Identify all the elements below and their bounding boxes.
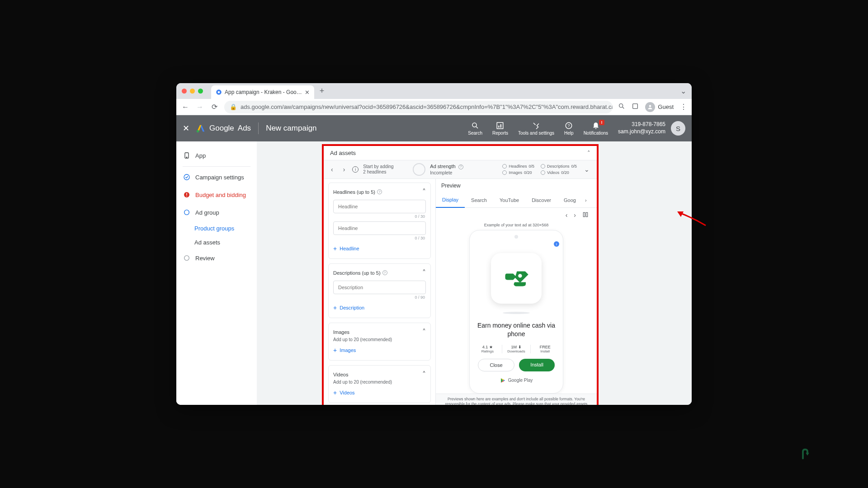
back-button[interactable]: ← (181, 103, 190, 111)
play-label: Google Play (508, 378, 533, 383)
minimize-window-icon[interactable] (190, 89, 195, 94)
expand-metrics-icon[interactable]: ⌄ (581, 166, 592, 173)
url-text: ads.google.com/aw/campaigns/new/universa… (241, 103, 613, 110)
help-icon[interactable]: ? (377, 189, 382, 194)
svg-line-3 (623, 107, 624, 108)
tab-search[interactable]: Search (465, 193, 493, 207)
close-button[interactable]: Close (478, 359, 514, 371)
rating-label: Ratings (478, 349, 497, 353)
metric-count: 0/20 (524, 170, 532, 175)
tools-nav[interactable]: Tools and settings (518, 122, 554, 136)
rating-value: 4.1 ★ (478, 345, 497, 349)
add-description-button[interactable]: +Description (333, 302, 426, 313)
svg-rect-22 (583, 212, 585, 216)
headlines-section: Headlines (up to 5) ? ˄ 0 / 30 0 / 30 +H… (328, 183, 431, 259)
google-play-brand: Google Play (500, 378, 533, 383)
tab-bar: App campaign - Kraken - Goo… ✕ + ⌄ (176, 83, 692, 99)
address-bar: ← → ⟳ 🔒 ads.google.com/aw/campaigns/new/… (176, 99, 692, 115)
sidebar-sub-product-groups[interactable]: Product groups (176, 221, 257, 235)
forward-button[interactable]: → (195, 103, 204, 111)
nav-label: Reports (492, 131, 508, 136)
tab-discover[interactable]: Discover (525, 193, 557, 207)
close-tab-icon[interactable]: ✕ (305, 89, 310, 96)
add-headline-button[interactable]: +Headline (333, 243, 426, 254)
preview-next-icon[interactable]: › (574, 211, 576, 219)
prev-icon[interactable]: ‹ (328, 166, 336, 173)
tab-display[interactable]: Display (436, 192, 465, 208)
metric-count: 0/5 (571, 164, 577, 169)
svg-point-16 (184, 174, 189, 180)
browser-tab[interactable]: App campaign - Kraken - Goo… ✕ (211, 85, 314, 99)
kebab-menu-icon[interactable]: ⋮ (680, 103, 687, 111)
guest-profile[interactable]: Guest (645, 102, 674, 112)
svg-rect-10 (499, 126, 500, 128)
maximize-window-icon[interactable] (198, 89, 203, 94)
sidebar: App Campaign settings Budget and bidding (176, 141, 257, 405)
add-images-button[interactable]: +Images (333, 345, 426, 356)
headline-input-1[interactable] (333, 200, 426, 213)
preview-nav: ‹ › (436, 208, 597, 223)
sidebar-label: Campaign settings (195, 174, 244, 181)
sidebar-label: App (195, 152, 206, 159)
new-tab-button[interactable]: + (318, 86, 326, 96)
reports-nav[interactable]: Reports (492, 122, 508, 136)
account-id: 319-878-7865 (618, 121, 665, 128)
help-nav[interactable]: ? Help (564, 122, 574, 136)
search-icon[interactable] (618, 103, 625, 112)
tab-google[interactable]: Goog (557, 193, 582, 207)
help-icon[interactable]: ? (458, 164, 463, 169)
add-videos-button[interactable]: +Videos (333, 387, 426, 398)
extensions-icon[interactable] (632, 103, 639, 112)
next-icon[interactable]: › (340, 166, 348, 173)
tabs-overflow-icon[interactable]: ⌄ (680, 87, 686, 95)
preview-prev-icon[interactable]: ‹ (566, 211, 568, 219)
sidebar-item-settings[interactable]: Campaign settings (176, 169, 257, 186)
tabs-next-icon[interactable]: › (582, 197, 590, 203)
svg-point-1 (218, 91, 220, 94)
sidebar-item-app[interactable]: App (176, 147, 257, 164)
help-icon[interactable]: ? (382, 270, 387, 275)
preview-grid-icon[interactable] (582, 211, 589, 219)
svg-rect-9 (497, 122, 504, 129)
chevron-up-icon[interactable]: ˄ (422, 370, 426, 379)
browser-window: App campaign - Kraken - Goo… ✕ + ⌄ ← → ⟳… (176, 83, 692, 405)
svg-rect-19 (186, 196, 187, 197)
sidebar-item-budget[interactable]: Budget and bidding (176, 186, 257, 204)
strength-gauge (413, 163, 425, 176)
shadow (503, 312, 530, 314)
description-input[interactable] (333, 281, 426, 294)
downloads-label: Downloads (507, 349, 526, 353)
char-counter: 0 / 30 (334, 214, 425, 219)
app-icon (491, 253, 542, 304)
chevron-up-icon[interactable]: ˄ (422, 188, 426, 196)
notifications-nav[interactable]: ! Notifications (584, 122, 608, 136)
sidebar-sub-ad-assets[interactable]: Ad assets (176, 235, 257, 249)
ad-info-icon[interactable]: i (554, 241, 559, 247)
search-nav[interactable]: Search (468, 122, 482, 136)
collapse-icon[interactable]: ˄ (587, 150, 590, 156)
metric-label: Videos (547, 170, 559, 175)
app-bar: ✕ Google Ads New campaign Search Reports… (176, 115, 692, 141)
chevron-up-icon[interactable]: ˄ (422, 328, 426, 336)
svg-line-8 (476, 127, 478, 128)
page-title: New campaign (266, 124, 316, 133)
close-window-icon[interactable] (182, 89, 187, 94)
avatar: S (671, 121, 685, 136)
ad-strength-row: ‹ › i Start by adding 2 headlines Ad str… (324, 160, 597, 179)
tab-youtube[interactable]: YouTube (493, 193, 525, 207)
account-email: sam.john@xyz.com (618, 128, 665, 136)
url-box[interactable]: 🔒 ads.google.com/aw/campaigns/new/univer… (224, 101, 613, 113)
window-controls[interactable] (182, 89, 203, 94)
info-icon[interactable]: i (352, 166, 359, 173)
sidebar-item-adgroup[interactable]: Ad group (176, 204, 257, 221)
reload-button[interactable]: ⟳ (210, 103, 219, 111)
chevron-up-icon[interactable]: ˄ (422, 268, 426, 277)
install-button[interactable]: Install (519, 359, 555, 371)
sidebar-item-review[interactable]: Review (176, 249, 257, 267)
account-block[interactable]: 319-878-7865 sam.john@xyz.com S (618, 121, 685, 136)
headline-input-2[interactable] (333, 221, 426, 235)
close-icon[interactable]: ✕ (183, 123, 189, 133)
svg-rect-4 (633, 103, 638, 108)
svg-text:?: ? (568, 123, 570, 128)
free-label: Install (535, 349, 555, 353)
